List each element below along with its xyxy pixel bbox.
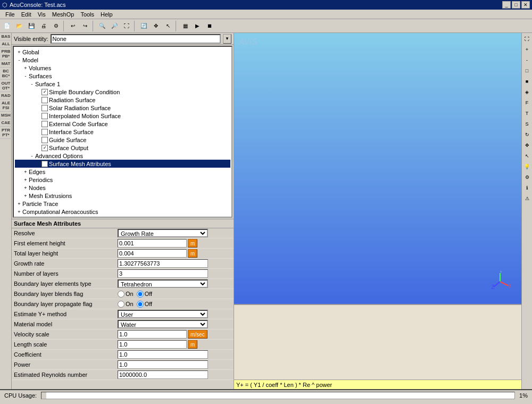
tree-expander[interactable]: -: [29, 81, 35, 87]
rt-zoom-fit[interactable]: ⛶: [522, 34, 532, 44]
tree-item[interactable]: ✓Surface Mesh Attributes: [15, 160, 230, 168]
prop-input[interactable]: [118, 360, 208, 369]
tb-btn5[interactable]: ⚙: [50, 20, 62, 32]
rt-zoom-out[interactable]: -: [522, 55, 532, 65]
prop-select[interactable]: UserAuto: [118, 310, 208, 318]
tb-mesh[interactable]: ▦: [179, 20, 191, 32]
tree-item[interactable]: +Computational Aeroacoustics: [15, 208, 230, 216]
tree-item[interactable]: Solar Radiation Surface: [15, 104, 230, 112]
prop-radio-on[interactable]: On: [118, 291, 134, 298]
tb-redo[interactable]: ↪: [79, 20, 91, 32]
tree-checkbox[interactable]: [41, 105, 48, 111]
entity-msh[interactable]: MSH: [0, 112, 12, 119]
prop-radio-on[interactable]: On: [118, 301, 134, 308]
tree-checkbox[interactable]: ✓: [41, 89, 48, 95]
tree-expander[interactable]: [35, 145, 41, 151]
tb-undo[interactable]: ↩: [67, 20, 79, 32]
rt-pan[interactable]: ✥: [522, 141, 532, 150]
tree-checkbox[interactable]: ✓: [41, 145, 48, 151]
tb-stop[interactable]: ⏹: [204, 20, 215, 32]
prop-radio-off[interactable]: Off: [137, 291, 152, 298]
tb-run[interactable]: ▶: [192, 20, 203, 32]
tree-item[interactable]: -Surface 1: [15, 80, 230, 88]
tree-item[interactable]: +Periodics: [15, 176, 230, 184]
minimize-button[interactable]: _: [502, 1, 511, 9]
prop-input[interactable]: [118, 259, 208, 268]
menu-help[interactable]: Help: [97, 11, 116, 18]
rt-info[interactable]: ℹ: [522, 183, 532, 193]
prop-input[interactable]: [118, 330, 187, 339]
prop-select[interactable]: TetrahedronPrism: [118, 279, 208, 288]
prop-input[interactable]: [118, 269, 208, 278]
tree-item[interactable]: +Particle Trace: [15, 200, 230, 208]
tree-expander[interactable]: +: [22, 193, 29, 199]
tree-expander[interactable]: [35, 113, 41, 119]
prop-input[interactable]: [118, 350, 208, 359]
entity-all[interactable]: ALL: [0, 40, 12, 48]
tb-rotate[interactable]: 🔄: [138, 20, 149, 32]
prop-unit-button[interactable]: m: [188, 239, 197, 248]
menu-edit[interactable]: Edit: [18, 11, 35, 18]
entity-prb[interactable]: PRBPB*: [0, 48, 12, 60]
tree-expander[interactable]: [35, 97, 41, 103]
tree-item[interactable]: External Code Surface: [15, 120, 230, 128]
tree-expander[interactable]: [35, 105, 41, 111]
rt-light[interactable]: 💡: [522, 162, 532, 171]
tb-save[interactable]: 💾: [26, 20, 37, 32]
tree-checkbox[interactable]: [41, 113, 48, 119]
prop-select[interactable]: WaterAir: [118, 320, 208, 328]
tb-zoom-in[interactable]: 🔍: [96, 20, 108, 32]
tree-item[interactable]: +Mesh Extrusions: [15, 192, 230, 200]
tree-expander[interactable]: +: [22, 169, 29, 175]
prop-input[interactable]: [118, 249, 187, 258]
tree-expander[interactable]: +: [16, 49, 22, 55]
tree-expander[interactable]: +: [22, 177, 29, 183]
entity-rad[interactable]: RAD: [0, 92, 12, 100]
tree-item[interactable]: +Nodes: [15, 184, 230, 192]
tree-item[interactable]: Interpolated Motion Surface: [15, 112, 230, 120]
tb-zoom-out[interactable]: 🔎: [109, 20, 120, 32]
maximize-button[interactable]: □: [512, 1, 520, 9]
prop-unit-button[interactable]: m: [188, 249, 197, 258]
tree-item[interactable]: -Surfaces: [15, 72, 230, 80]
rt-zoom-in[interactable]: +: [522, 45, 532, 54]
entity-ptr[interactable]: PTRPT*: [0, 127, 12, 139]
tree-expander[interactable]: [35, 161, 41, 167]
prop-unit-button[interactable]: m/sec: [188, 330, 207, 339]
prop-select[interactable]: Growth RateFixedNone: [118, 229, 208, 237]
tree-item[interactable]: Radiation Surface: [15, 96, 230, 104]
prop-unit-button[interactable]: m: [188, 340, 197, 349]
tree-checkbox[interactable]: [41, 121, 48, 127]
tree-checkbox[interactable]: [41, 137, 48, 143]
rt-rotate[interactable]: ↻: [522, 130, 532, 139]
visible-entity-input[interactable]: [51, 34, 221, 44]
tree-checkbox[interactable]: ✓: [41, 161, 48, 167]
tree-expander[interactable]: [35, 137, 41, 143]
rt-select[interactable]: ↖: [522, 151, 532, 161]
tree-item[interactable]: -Model: [15, 56, 230, 64]
entity-mat[interactable]: MAT: [0, 60, 12, 68]
tb-select[interactable]: ↖: [162, 20, 174, 32]
rt-solid[interactable]: ■: [522, 77, 532, 86]
menu-tools[interactable]: Tools: [77, 11, 97, 18]
tb-new[interactable]: 📄: [1, 20, 13, 32]
tree-item[interactable]: Guide Surface: [15, 136, 230, 144]
viewport-main[interactable]: AViS X Y Z: [234, 33, 521, 304]
tb-btn4[interactable]: 🖨: [38, 20, 49, 32]
rt-perspective[interactable]: ◈: [522, 87, 532, 97]
prop-radio-off[interactable]: Off: [137, 301, 152, 308]
tree-container[interactable]: +Global-Model+Volumes-Surfaces-Surface 1…: [13, 46, 232, 218]
tb-zoom-fit[interactable]: ⛶: [121, 20, 132, 32]
tree-expander[interactable]: +: [22, 185, 29, 191]
menu-vis[interactable]: Vis: [35, 11, 49, 18]
entity-cae[interactable]: CAE: [0, 119, 12, 127]
rt-warning[interactable]: ⚠: [522, 194, 532, 203]
tree-checkbox[interactable]: [41, 97, 48, 103]
tree-item[interactable]: +Volumes: [15, 64, 230, 72]
entity-bas[interactable]: BAS: [0, 33, 12, 40]
tree-item[interactable]: ✓Simple Boundary Condition: [15, 88, 230, 96]
tree-expander[interactable]: -: [29, 153, 35, 159]
tree-item[interactable]: -Advanced Options: [15, 152, 230, 160]
rt-wireframe[interactable]: □: [522, 66, 532, 76]
tree-checkbox[interactable]: [41, 129, 48, 135]
